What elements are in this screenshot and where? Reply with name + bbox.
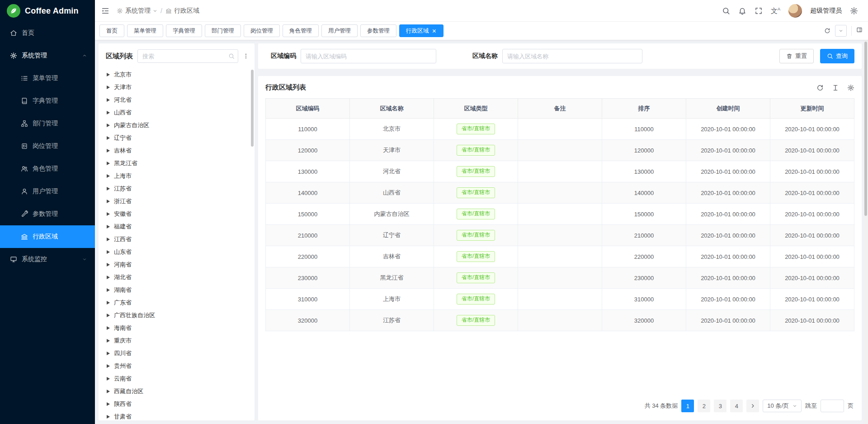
- tab-role[interactable]: 角色管理: [283, 24, 319, 37]
- sidebar-item-menu[interactable]: 菜单管理: [0, 67, 95, 90]
- page-button[interactable]: 4: [730, 400, 743, 412]
- caret-right-icon[interactable]: [107, 225, 110, 229]
- jump-page-input[interactable]: [821, 400, 844, 412]
- sidebar-item-dept[interactable]: 部门管理: [0, 112, 95, 135]
- tree-scrollbar-thumb[interactable]: [251, 70, 254, 147]
- collapse-sidebar-icon[interactable]: [101, 7, 109, 15]
- tree-item[interactable]: 西藏自治区: [99, 385, 255, 398]
- caret-right-icon[interactable]: [107, 301, 110, 305]
- tree-item[interactable]: 湖北省: [99, 271, 255, 284]
- tree-item[interactable]: 内蒙古自治区: [99, 119, 255, 132]
- tree-more-icon[interactable]: [243, 53, 249, 59]
- username[interactable]: 超级管理员: [810, 7, 842, 15]
- tree-item[interactable]: 辽宁省: [99, 132, 255, 144]
- page-button[interactable]: 1: [681, 400, 694, 412]
- settings-gear-icon[interactable]: [850, 7, 858, 15]
- tab-post[interactable]: 岗位管理: [244, 24, 280, 37]
- table-row[interactable]: 310000上海市省市/直辖市3100002020-10-01 00:00:00…: [266, 289, 854, 310]
- caret-right-icon[interactable]: [107, 149, 110, 152]
- search-button[interactable]: 查询: [820, 49, 854, 63]
- caret-right-icon[interactable]: [107, 314, 110, 317]
- caret-right-icon[interactable]: [107, 136, 110, 140]
- tree-item[interactable]: 浙江省: [99, 195, 255, 208]
- tab-dept[interactable]: 部门管理: [205, 24, 241, 37]
- table-row[interactable]: 320000江苏省省市/直辖市3200002020-10-01 00:00:00…: [266, 310, 854, 331]
- breadcrumb-section[interactable]: 系统管理: [117, 7, 157, 15]
- tab-options-button[interactable]: [835, 25, 847, 37]
- tree-item[interactable]: 四川省: [99, 347, 255, 360]
- caret-right-icon[interactable]: [107, 250, 110, 254]
- tree-item[interactable]: 安徽省: [99, 208, 255, 220]
- tree-item[interactable]: 山东省: [99, 246, 255, 258]
- caret-right-icon[interactable]: [107, 276, 110, 279]
- tree-item[interactable]: 福建省: [99, 220, 255, 233]
- tree-item[interactable]: 广东省: [99, 296, 255, 309]
- reset-button[interactable]: 重置: [779, 49, 814, 63]
- tab-region[interactable]: 行政区域: [399, 24, 443, 37]
- tree-search-input[interactable]: [137, 49, 238, 63]
- table-row[interactable]: 110000北京市省市/直辖市1100002020-10-01 00:00:00…: [266, 119, 854, 140]
- sidebar-item-dict[interactable]: 字典管理: [0, 90, 95, 112]
- tree-item[interactable]: 天津市: [99, 81, 255, 94]
- layout-panel-icon[interactable]: [856, 27, 863, 35]
- search-icon[interactable]: [228, 53, 235, 59]
- caret-right-icon[interactable]: [107, 73, 110, 76]
- tree-item[interactable]: 陕西省: [99, 398, 255, 410]
- name-input[interactable]: [502, 49, 642, 63]
- tree-item[interactable]: 重庆市: [99, 334, 255, 347]
- caret-right-icon[interactable]: [107, 98, 110, 102]
- tree-item[interactable]: 上海市: [99, 170, 255, 182]
- caret-right-icon[interactable]: [107, 288, 110, 292]
- close-icon[interactable]: [432, 29, 437, 33]
- tab-dict[interactable]: 字典管理: [166, 24, 202, 37]
- code-input[interactable]: [301, 49, 436, 63]
- tree-item[interactable]: 江苏省: [99, 182, 255, 195]
- caret-right-icon[interactable]: [107, 263, 110, 267]
- fullscreen-icon[interactable]: [755, 7, 763, 15]
- sidebar-item-role[interactable]: 角色管理: [0, 157, 95, 180]
- page-scrollbar[interactable]: [863, 0, 868, 424]
- breadcrumb-current[interactable]: 行政区域: [165, 7, 199, 15]
- tree-item[interactable]: 黑龙江省: [99, 157, 255, 170]
- next-page-button[interactable]: [746, 400, 759, 412]
- tab-menu[interactable]: 菜单管理: [127, 24, 163, 37]
- tab-param[interactable]: 参数管理: [360, 24, 396, 37]
- logo[interactable]: Coffee Admin: [0, 0, 95, 22]
- caret-right-icon[interactable]: [107, 352, 110, 355]
- tree-item[interactable]: 贵州省: [99, 360, 255, 372]
- sidebar-item-region[interactable]: 行政区域: [0, 225, 95, 248]
- tree-item[interactable]: 甘肃省: [99, 410, 255, 420]
- tree-item[interactable]: 广西壮族自治区: [99, 309, 255, 322]
- avatar[interactable]: [788, 4, 802, 18]
- search-icon[interactable]: [722, 7, 730, 15]
- sidebar-item-param[interactable]: 参数管理: [0, 203, 95, 225]
- tree-item[interactable]: 云南省: [99, 372, 255, 385]
- table-row[interactable]: 230000黑龙江省省市/直辖市2300002020-10-01 00:00:0…: [266, 267, 854, 289]
- sidebar-item-monitor[interactable]: 系统监控: [0, 248, 95, 271]
- caret-right-icon[interactable]: [107, 377, 110, 381]
- page-button[interactable]: 2: [698, 400, 710, 412]
- sidebar-item-post[interactable]: 岗位管理: [0, 135, 95, 157]
- tree-item[interactable]: 海南省: [99, 322, 255, 334]
- tab-home[interactable]: 首页: [99, 24, 124, 37]
- caret-right-icon[interactable]: [107, 339, 110, 343]
- sidebar-item-home[interactable]: 首页: [0, 22, 95, 44]
- caret-right-icon[interactable]: [107, 326, 110, 330]
- language-icon[interactable]: 文A: [771, 7, 780, 14]
- caret-right-icon[interactable]: [107, 390, 110, 393]
- table-row[interactable]: 220000吉林省省市/直辖市2200002020-10-01 00:00:00…: [266, 246, 854, 267]
- caret-right-icon[interactable]: [107, 402, 110, 406]
- tree-item[interactable]: 湖南省: [99, 284, 255, 296]
- refresh-tab-icon[interactable]: [824, 28, 830, 34]
- caret-right-icon[interactable]: [107, 86, 110, 89]
- refresh-icon[interactable]: [816, 84, 824, 91]
- table-row[interactable]: 130000河北省省市/直辖市1300002020-10-01 00:00:00…: [266, 161, 854, 182]
- row-density-icon[interactable]: [832, 84, 839, 91]
- notification-bell-icon[interactable]: [738, 7, 746, 15]
- caret-right-icon[interactable]: [107, 238, 110, 241]
- column-settings-gear-icon[interactable]: [847, 84, 854, 91]
- caret-right-icon[interactable]: [107, 162, 110, 165]
- caret-right-icon[interactable]: [107, 187, 110, 191]
- page-button[interactable]: 3: [714, 400, 726, 412]
- caret-right-icon[interactable]: [107, 200, 110, 203]
